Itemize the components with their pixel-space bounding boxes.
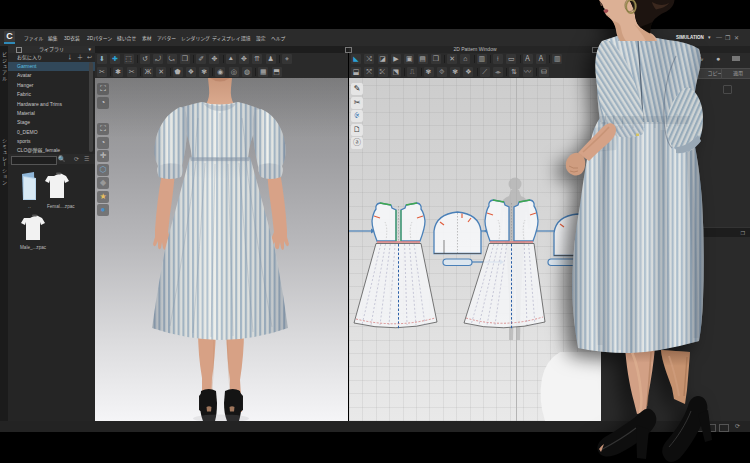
svg-text:Femal....zpac: Femal....zpac <box>47 204 75 209</box>
svg-text:Male_...zpac: Male_...zpac <box>20 245 47 250</box>
svg-text:..: .. <box>28 203 31 209</box>
